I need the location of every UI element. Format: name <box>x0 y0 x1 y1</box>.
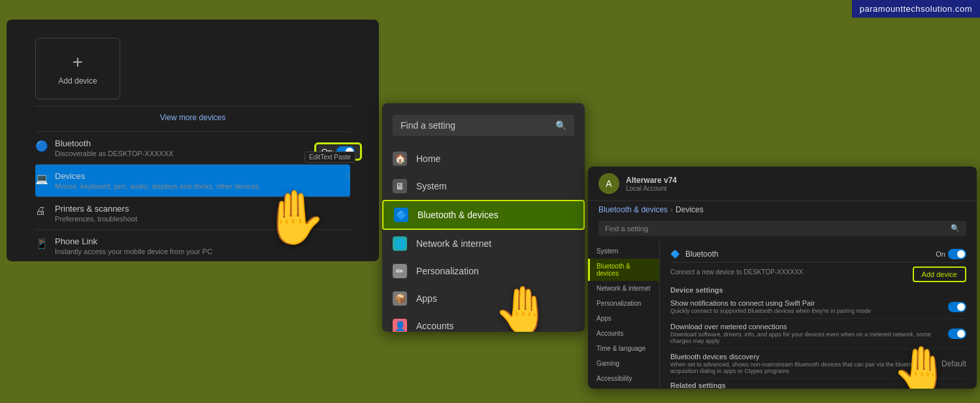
item-subtitle-phone: Instantly access your mobile device from… <box>55 248 350 255</box>
p3-sidebar-accounts[interactable]: Accounts <box>588 326 659 341</box>
search-icon: 🔍 <box>555 120 566 131</box>
p3-sidebar-accessibility[interactable]: Accessibility <box>588 371 659 386</box>
sidebar-label-personalization: Personalization <box>416 266 479 276</box>
device-settings-label: Device settings <box>670 286 966 294</box>
account-type: Local Account <box>626 185 966 192</box>
p3-sidebar-system[interactable]: System <box>588 244 659 259</box>
sidebar-label-apps: Apps <box>416 293 437 304</box>
sidebar-item-system[interactable]: 🖥 System <box>382 172 585 200</box>
home-icon: 🏠 <box>393 152 407 166</box>
sidebar-item-accounts[interactable]: 👤 Accounts <box>382 312 585 332</box>
item-title-devices: Devices <box>55 171 340 181</box>
sidebar-label-system: System <box>416 181 447 191</box>
avatar: A <box>598 173 619 194</box>
apps-icon: 📦 <box>393 291 407 306</box>
connect-text: Connect a new device to DESKTOP-XXXXXX <box>670 268 803 276</box>
search-bar[interactable]: Find a setting 🔍 <box>393 115 574 136</box>
breadcrumb-separator: › <box>670 205 673 214</box>
panel1-bluetooth-settings: + Add device View more devices On 🔵 Blue… <box>7 20 379 261</box>
breadcrumb-current: Devices <box>676 205 704 214</box>
bluetooth-text: Bluetooth <box>685 250 719 259</box>
system-icon: 🖥 <box>393 179 407 193</box>
printer-icon: 🖨 <box>35 205 47 217</box>
sidebar-item-bluetooth[interactable]: 🔷 Bluetooth & devices <box>382 200 585 230</box>
panel3-sidebar: System Bluetooth & devices Network & int… <box>588 241 660 389</box>
sidebar-label-home: Home <box>416 153 440 164</box>
search-text: Find a setting <box>400 120 550 131</box>
sidebar-item-network[interactable]: 🌐 Network & internet <box>382 230 585 257</box>
metered-toggle[interactable] <box>948 329 966 339</box>
panel3-search-icon: 🔍 <box>951 224 960 233</box>
setting-content-metered: Download over metered connections Downlo… <box>670 323 948 344</box>
panel3-search-placeholder: Find a setting <box>605 225 947 233</box>
sidebar-label-accounts: Accounts <box>416 321 454 331</box>
settings-nav: 🏠 Home 🖥 System 🔷 Bluetooth & devices 🌐 … <box>382 145 585 332</box>
network-icon: 🌐 <box>393 236 407 251</box>
panel3-search[interactable]: Find a setting 🔍 <box>598 221 966 236</box>
phone-icon: 📱 <box>35 238 47 250</box>
breadcrumb-parent[interactable]: Bluetooth & devices <box>598 205 668 214</box>
bluetooth-toggle-row: 🔷 Bluetooth On <box>670 246 966 263</box>
p3-sidebar-gaming[interactable]: Gaming <box>588 356 659 371</box>
username: Alterware v74 <box>626 176 966 185</box>
p3-sidebar-time[interactable]: Time & language <box>588 341 659 356</box>
hand-cursor-1: 🤚 <box>261 187 327 248</box>
add-device-label: Add device <box>58 76 97 86</box>
add-device-area[interactable]: + Add device <box>35 38 120 99</box>
p3-sidebar-network[interactable]: Network & internet <box>588 281 659 296</box>
panel3-header: A Alterware v74 Local Account <box>588 167 977 201</box>
on-text: On <box>936 250 945 258</box>
sidebar-item-personalization[interactable]: ✏ Personalization <box>382 257 585 285</box>
view-more-devices-link[interactable]: View more devices <box>35 106 350 129</box>
devices-icon: 💻 <box>35 172 47 184</box>
p3-sidebar-privacy[interactable]: Privacy & security <box>588 386 659 389</box>
bluetooth-icon-small: 🔷 <box>670 250 680 259</box>
bluetooth-icon: 🔵 <box>35 140 47 152</box>
bluetooth-icon: 🔷 <box>394 208 408 222</box>
p3-sidebar-apps[interactable]: Apps <box>588 311 659 326</box>
sidebar-item-apps[interactable]: 📦 Apps <box>382 285 585 312</box>
bluetooth-label: 🔷 Bluetooth <box>670 250 719 259</box>
sidebar-label-bluetooth: Bluetooth & devices <box>417 210 498 220</box>
setting-desc-swift: Quickly connect to supported Bluetooth d… <box>670 308 871 314</box>
user-info: Alterware v74 Local Account <box>626 176 966 192</box>
swift-pair-toggle[interactable] <box>948 302 966 312</box>
toggle-switch-p3[interactable] <box>948 249 966 259</box>
personalization-icon: ✏ <box>393 264 407 278</box>
item-title: Bluetooth <box>55 138 350 148</box>
setting-title-metered: Download over metered connections <box>670 323 948 330</box>
breadcrumb: Bluetooth & devices › Devices <box>588 201 977 218</box>
setting-content: Show notifications to connect using Swif… <box>670 299 871 314</box>
bluetooth-toggle[interactable]: On <box>936 249 966 259</box>
edittext-badge: EditText Paste <box>304 152 355 163</box>
plus-icon: + <box>73 52 83 73</box>
setting-title-swift: Show notifications to connect using Swif… <box>670 299 871 307</box>
hand-cursor-3: 🤚 <box>892 343 951 389</box>
accounts-icon: 👤 <box>393 319 407 332</box>
setting-row-swift-pair[interactable]: Show notifications to connect using Swif… <box>670 295 966 319</box>
add-device-button[interactable]: Add device <box>913 266 966 282</box>
chevron-right-icon: › <box>348 171 350 180</box>
watermark: paramounttechsolution.com <box>852 0 980 18</box>
p3-sidebar-bluetooth[interactable]: Bluetooth & devices <box>588 259 659 281</box>
sidebar-item-home[interactable]: 🏠 Home <box>382 145 585 172</box>
panel2-settings-menu: Find a setting 🔍 🏠 Home 🖥 System 🔷 Bluet… <box>382 103 585 332</box>
list-item[interactable]: 🔵 Bluetooth Discoverable as DESKTOP-XXXX… <box>35 131 350 164</box>
hand-cursor-2: 🤚 <box>493 283 552 332</box>
sidebar-label-network: Network & internet <box>416 238 491 249</box>
setting-desc-metered: Download software, drivers, info, and ap… <box>670 331 948 344</box>
panel3-devices-page: A Alterware v74 Local Account Bluetooth … <box>588 167 977 389</box>
p3-sidebar-personalization[interactable]: Personalization <box>588 296 659 311</box>
